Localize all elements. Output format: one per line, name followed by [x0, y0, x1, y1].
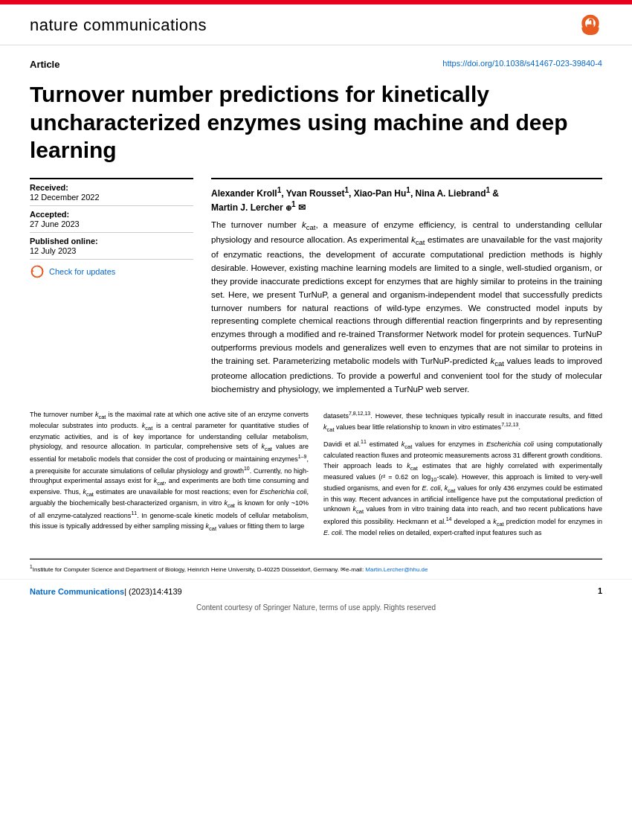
footer-affiliation: 1Institute for Computer Science and Depa…: [30, 559, 602, 579]
journal-name: nature communications: [30, 16, 207, 35]
accepted-item: Accepted: 27 June 2023: [30, 206, 193, 233]
nature-communications-link[interactable]: Nature Communications: [30, 587, 124, 596]
accepted-date: 27 June 2023: [30, 219, 80, 228]
received-label: Received:: [30, 183, 193, 192]
abstract-text: The turnover number kcat, a measure of e…: [211, 219, 602, 397]
authors: Alexander Kroll1, Yvan Rousset1, Xiao-Pa…: [211, 179, 602, 219]
open-access-icon: [578, 13, 602, 37]
meta-left: Received: 12 December 2022 Accepted: 27 …: [30, 178, 193, 397]
article-type-label: Article: [30, 59, 59, 70]
bottom-bar: Nature Communications| (2023)14:4139 1: [0, 579, 632, 602]
check-updates-label: Check for updates: [49, 267, 115, 276]
received-item: Received: 12 December 2022: [30, 179, 193, 206]
received-date: 12 December 2022: [30, 193, 100, 202]
published-item: Published online: 12 July 2023: [30, 233, 193, 260]
body-col2: datasets7,8,12,13. However, these techni…: [323, 410, 602, 543]
refresh-icon: [30, 264, 45, 279]
header: nature communications: [0, 4, 632, 45]
check-updates-button[interactable]: Check for updates: [30, 260, 193, 283]
author-names: Alexander Kroll1, Yvan Rousset1, Xiao-Pa…: [211, 188, 499, 214]
email-link[interactable]: Martin.Lercher@hhu.de: [365, 566, 428, 573]
courtesy-text: Content courtesy of Springer Nature, ter…: [0, 602, 632, 613]
content: Article https://doi.org/10.1038/s41467-0…: [0, 45, 632, 558]
body-col1: The turnover number kcat is the maximal …: [30, 410, 309, 543]
page-number: 1: [598, 586, 602, 595]
published-date: 12 July 2023: [30, 246, 76, 255]
body-two-col: The turnover number kcat is the maximal …: [30, 410, 602, 543]
published-label: Published online:: [30, 237, 193, 246]
article-title: Turnover number predictions for kinetica…: [30, 80, 602, 164]
bottom-vol-info: | (2023)14:4139: [124, 587, 181, 596]
meta-abstract-section: Received: 12 December 2022 Accepted: 27 …: [30, 178, 602, 397]
abstract-right: Alexander Kroll1, Yvan Rousset1, Xiao-Pa…: [211, 178, 602, 397]
doi-link[interactable]: https://doi.org/10.1038/s41467-023-39840…: [442, 59, 602, 68]
bottom-journal-info: Nature Communications| (2023)14:4139: [30, 584, 182, 597]
accepted-label: Accepted:: [30, 210, 193, 219]
